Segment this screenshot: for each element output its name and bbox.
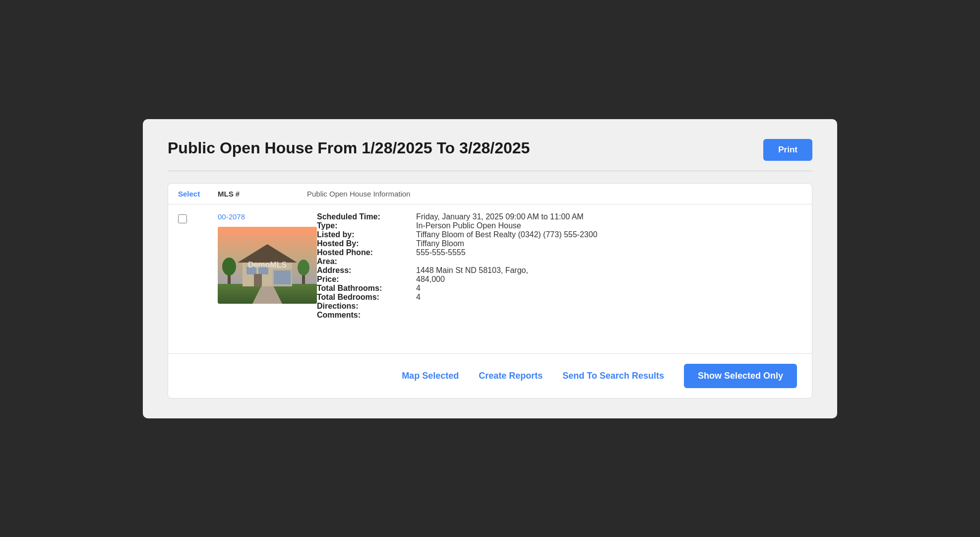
info-label-5: Area: <box>317 257 416 266</box>
info-label-1: Type: <box>317 221 416 230</box>
svg-rect-8 <box>258 267 268 274</box>
card-footer: Map Selected Create Reports Send To Sear… <box>168 353 812 398</box>
info-value-2: Tiffany Bloom of Best Realty (0342) (773… <box>416 230 802 239</box>
col-mls-header: MLS # <box>218 190 307 198</box>
info-label-6: Address: <box>317 266 416 275</box>
svg-rect-9 <box>254 274 262 286</box>
info-value-9: 4 <box>416 293 802 302</box>
table-header: Select MLS # Public Open House Informati… <box>168 184 812 204</box>
svg-rect-6 <box>274 270 291 284</box>
info-label-7: Price: <box>317 275 416 284</box>
show-selected-button[interactable]: Show Selected Only <box>684 364 797 388</box>
info-value-6: 1448 Main St ND 58103, Fargo, <box>416 266 802 275</box>
results-card: Select MLS # Public Open House Informati… <box>168 183 812 399</box>
property-image: DemoMLS <box>218 227 317 304</box>
checkbox-cell <box>178 212 218 223</box>
info-label-10: Directions: <box>317 302 416 311</box>
svg-point-13 <box>298 260 309 275</box>
page-title: Public Open House From 1/28/2025 To 3/28… <box>168 139 530 157</box>
card-inner: Select MLS # Public Open House Informati… <box>168 184 812 353</box>
info-value-11 <box>416 311 802 320</box>
mls-link[interactable]: 00-2078 <box>218 212 245 221</box>
col-select-header: Select <box>178 190 218 198</box>
info-label-8: Total Bathrooms: <box>317 284 416 293</box>
col-info-header: Public Open House Information <box>307 190 802 198</box>
info-label-4: Hosted Phone: <box>317 248 416 257</box>
header-row: Public Open House From 1/28/2025 To 3/28… <box>168 139 812 161</box>
info-value-4: 555-555-5555 <box>416 248 802 257</box>
info-cell: Scheduled Time:Friday, January 31, 2025 … <box>307 212 802 320</box>
info-value-8: 4 <box>416 284 802 293</box>
info-value-5 <box>416 257 802 266</box>
print-button[interactable]: Print <box>763 139 812 161</box>
info-label-3: Hosted By: <box>317 239 416 248</box>
select-checkbox[interactable] <box>178 214 187 223</box>
info-label-9: Total Bedrooms: <box>317 293 416 302</box>
mls-cell: 00-2078 <box>218 212 307 304</box>
info-grid: Scheduled Time:Friday, January 31, 2025 … <box>317 212 802 320</box>
send-to-search-button[interactable]: Send To Search Results <box>562 371 664 381</box>
create-reports-button[interactable]: Create Reports <box>479 371 543 381</box>
info-value-1: In-Person Public Open House <box>416 221 802 230</box>
info-label-0: Scheduled Time: <box>317 212 416 221</box>
svg-rect-7 <box>246 267 256 274</box>
map-selected-button[interactable]: Map Selected <box>402 371 459 381</box>
info-label-2: Listed by: <box>317 230 416 239</box>
info-value-10 <box>416 302 802 311</box>
info-value-0: Friday, January 31, 2025 09:00 AM to 11:… <box>416 212 802 221</box>
info-value-7: 484,000 <box>416 275 802 284</box>
svg-point-11 <box>222 258 236 275</box>
header-divider <box>168 171 812 171</box>
info-value-3: Tiffany Bloom <box>416 239 802 248</box>
listing-row: 00-2078 <box>168 204 812 353</box>
main-container: Public Open House From 1/28/2025 To 3/28… <box>143 119 837 418</box>
info-label-11: Comments: <box>317 311 416 320</box>
